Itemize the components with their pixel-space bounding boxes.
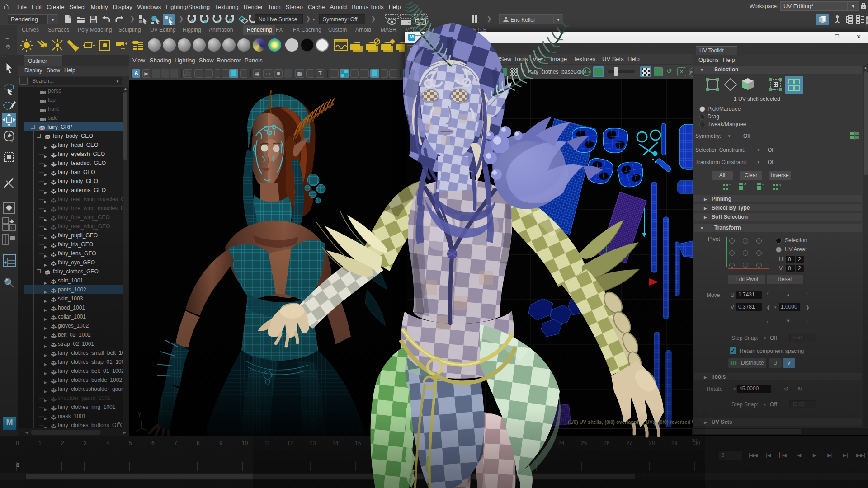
- svg-text:IPR: IPR: [418, 21, 423, 24]
- svg-text:+: +: [4, 225, 6, 230]
- svg-text:+: +: [10, 225, 13, 230]
- svg-text:+: +: [4, 218, 6, 224]
